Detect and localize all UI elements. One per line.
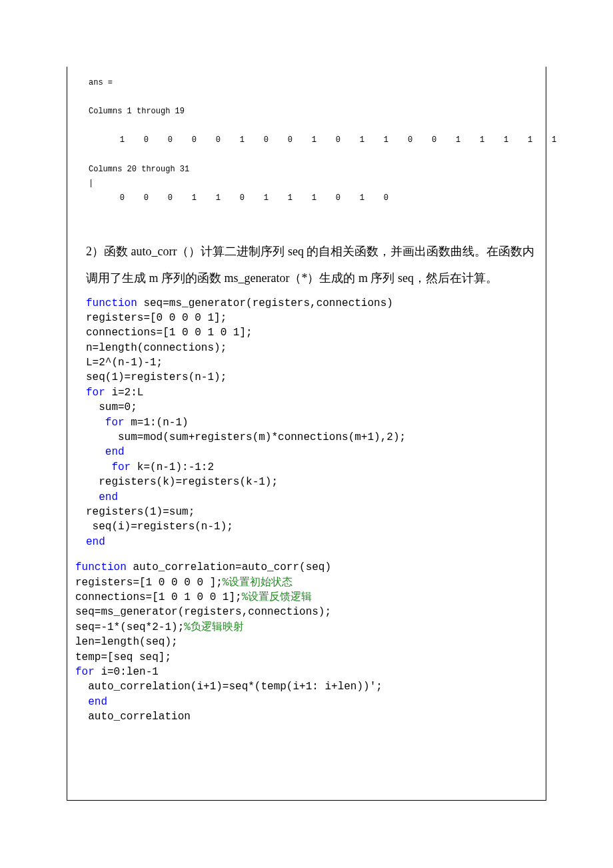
keyword-end: end (75, 696, 107, 708)
code-text: registers=[1 0 0 0 0 ]; (75, 577, 223, 589)
keyword-end: end (86, 491, 118, 503)
code-text: auto_correlation (75, 711, 191, 723)
code-text: seq=-1*(seq*2-1); (75, 621, 184, 633)
document-page: ans = Columns 1 through 19 1 0 0 0 0 1 0… (0, 0, 613, 868)
code-text: connections=[1 0 0 1 0 1]; (86, 327, 253, 339)
code-text: temp=[seq seq]; (75, 651, 171, 663)
columns-header-2: Columns 20 through 31 (89, 163, 538, 177)
code-comment: %设置反馈逻辑 (242, 591, 312, 603)
keyword-for: for (86, 387, 105, 399)
code-text: seq(1)=registers(n-1); (86, 371, 227, 383)
code-comment: %设置初始状态 (223, 577, 293, 589)
code-block-1: function seq=ms_generator(registers,conn… (75, 296, 538, 550)
code-text: i=2:L (105, 387, 144, 399)
code-text: sum=0; (86, 401, 137, 413)
paragraph-text: 2）函数 auto_corr（）计算二进制序列 seq 的自相关函数，并画出函数… (75, 239, 538, 291)
columns-header-1: Columns 1 through 19 (89, 105, 538, 119)
output-row-2: 0 0 0 1 1 0 1 1 1 0 1 0 (89, 191, 538, 206)
code-text: seq(i)=registers(n-1); (86, 521, 233, 533)
code-text: registers(1)=sum; (86, 506, 195, 518)
code-text: auto_correlation=auto_corr(seq) (127, 561, 331, 573)
code-text: registers(k)=registers(k-1); (86, 476, 278, 488)
code-text: i=0:len-1 (95, 666, 159, 678)
code-text: m=1:(n-1) (125, 417, 189, 429)
code-text: len=length(seq); (75, 636, 178, 648)
content-box: ans = Columns 1 through 19 1 0 0 0 0 1 0… (67, 67, 546, 800)
cursor-bar: | (89, 177, 538, 191)
output-row-1: 1 0 0 0 0 1 0 0 1 0 1 1 0 0 1 1 1 1 1 (89, 133, 538, 148)
code-text: sum=mod(sum+registers(m)*connections(m+1… (86, 431, 406, 443)
code-comment: %负逻辑映射 (184, 621, 244, 633)
keyword-for: for (86, 417, 125, 429)
code-text: L=2^(n-1)-1; (86, 357, 163, 369)
keyword-function: function (75, 561, 127, 573)
keyword-for: for (75, 666, 95, 678)
code-text: n=length(connections); (86, 342, 227, 354)
code-text: connections=[1 0 1 0 0 1]; (75, 591, 242, 603)
code-text: k=(n-1):-1:2 (131, 461, 214, 473)
keyword-end: end (86, 536, 105, 548)
keyword-function: function (86, 297, 137, 309)
code-block-2: function auto_correlation=auto_corr(seq)… (75, 560, 538, 724)
bottom-border (67, 800, 546, 801)
code-text: auto_correlation(i+1)=seq*(temp(i+1: i+l… (75, 681, 382, 693)
keyword-end: end (86, 446, 125, 458)
code-text: seq=ms_generator(registers,connections); (75, 606, 331, 618)
keyword-for: for (86, 461, 131, 473)
ans-label: ans = (89, 76, 538, 91)
code-text: registers=[0 0 0 0 1]; (86, 312, 227, 324)
code-text: seq=ms_generator(registers,connections) (137, 297, 393, 309)
matlab-output-block: ans = Columns 1 through 19 1 0 0 0 0 1 0… (75, 72, 538, 219)
